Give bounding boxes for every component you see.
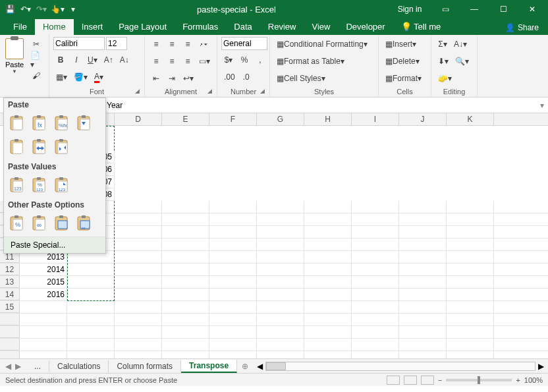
cell[interactable] <box>209 226 257 238</box>
increase-decimal-icon[interactable]: .00 <box>221 70 238 84</box>
decrease-font-button[interactable]: A↓ <box>117 53 132 67</box>
sheet-tab-active[interactable]: Transpose <box>181 360 237 373</box>
cell[interactable] <box>447 201 494 213</box>
cell[interactable] <box>115 238 162 250</box>
tab-data[interactable]: Data <box>226 19 260 35</box>
cell[interactable] <box>447 264 494 275</box>
zoom-out-icon[interactable]: − <box>438 376 442 384</box>
cell[interactable] <box>447 276 494 288</box>
cell[interactable] <box>67 264 115 275</box>
hscroll-thumb[interactable] <box>266 362 286 370</box>
decrease-decimal-icon[interactable]: .0 <box>239 70 254 84</box>
view-pagelayout-icon[interactable] <box>404 376 417 385</box>
sheet-nav-prev-icon[interactable]: ◀ <box>5 362 11 371</box>
wrap-text-icon[interactable]: ↩▾ <box>180 71 196 86</box>
align-center-icon[interactable]: ≡ <box>165 54 179 69</box>
paste-values-number-formatting-icon[interactable]: %123 <box>30 176 49 196</box>
cell[interactable] <box>257 251 304 263</box>
cell[interactable] <box>209 201 257 213</box>
conditional-formatting-button[interactable]: ▦ Conditional Formatting▾ <box>274 37 376 51</box>
cell[interactable] <box>162 276 209 288</box>
cell[interactable] <box>115 201 162 213</box>
zoom-level[interactable]: 100% <box>524 376 543 384</box>
cell[interactable] <box>257 264 304 275</box>
paste-linked-picture-icon[interactable]: ∞ <box>75 214 94 234</box>
cell[interactable] <box>447 301 494 313</box>
autosum-icon[interactable]: Σ▾ <box>435 37 450 51</box>
tab-developer[interactable]: Developer <box>338 19 393 35</box>
copy-icon[interactable]: 📄▾ <box>28 53 45 67</box>
paste-formulas-icon[interactable]: fx <box>30 114 49 134</box>
increase-font-button[interactable]: A↑ <box>101 53 116 67</box>
increase-indent-icon[interactable]: ⇥ <box>165 71 179 86</box>
sort-filter-icon[interactable]: A↓▾ <box>451 37 470 51</box>
tab-tellme[interactable]: 💡 Tell me <box>393 19 449 35</box>
hscroll-right-icon[interactable]: ▶ <box>538 362 544 371</box>
cell[interactable] <box>304 238 352 250</box>
cell[interactable] <box>447 289 494 300</box>
number-format-select[interactable] <box>221 37 267 50</box>
cell[interactable] <box>399 289 447 300</box>
font-dialog-launcher-icon[interactable]: ◢ <box>135 88 143 96</box>
cell[interactable] <box>399 238 447 250</box>
align-bottom-icon[interactable]: ≡ <box>180 37 195 51</box>
paste-keep-column-widths-icon[interactable] <box>30 138 49 157</box>
paste-keep-source-formatting-icon[interactable] <box>75 114 94 134</box>
cell[interactable] <box>304 201 352 213</box>
view-normal-icon[interactable] <box>387 376 400 385</box>
number-dialog-launcher-icon[interactable]: ◢ <box>260 88 268 96</box>
maximize-icon[interactable]: ☐ <box>490 0 516 18</box>
cell[interactable] <box>352 226 399 238</box>
cell[interactable] <box>304 226 352 238</box>
cell[interactable] <box>399 251 447 263</box>
format-cells-button[interactable]: ▦ Format▾ <box>383 71 429 86</box>
cell[interactable] <box>304 276 352 288</box>
tab-home[interactable]: Home <box>35 19 74 35</box>
zoom-in-icon[interactable]: + <box>516 376 520 384</box>
cell[interactable] <box>20 301 67 313</box>
cell[interactable] <box>115 276 162 288</box>
cell[interactable] <box>352 276 399 288</box>
cell[interactable] <box>162 301 209 313</box>
minimize-icon[interactable]: — <box>461 0 487 18</box>
cell[interactable] <box>257 201 304 213</box>
align-middle-icon[interactable]: ≡ <box>165 37 179 51</box>
undo-icon[interactable]: ↶▾ <box>18 2 33 16</box>
add-sheet-icon[interactable]: ⊕ <box>237 362 253 371</box>
sheet-tab[interactable]: ... <box>26 360 49 372</box>
cell[interactable] <box>257 276 304 288</box>
cell-styles-button[interactable]: ▦ Cell Styles▾ <box>274 71 376 86</box>
accounting-format-icon[interactable]: $▾ <box>221 53 236 67</box>
paste-formulas-number-formatting-icon[interactable]: %fx <box>53 114 71 134</box>
cell[interactable] <box>304 289 352 300</box>
cell[interactable] <box>209 264 257 275</box>
cell[interactable] <box>67 301 115 313</box>
cell[interactable] <box>209 213 257 225</box>
cell[interactable] <box>209 301 257 313</box>
col-header[interactable]: J <box>399 113 447 125</box>
cell[interactable] <box>115 264 162 275</box>
tab-insert[interactable]: Insert <box>74 19 111 35</box>
cell[interactable]: 2014 <box>20 264 67 275</box>
col-header[interactable]: G <box>257 113 304 125</box>
tab-file[interactable]: File <box>5 19 35 35</box>
paste-formatting-icon[interactable]: % <box>8 214 26 234</box>
paste-all-icon[interactable] <box>8 114 26 134</box>
cell[interactable] <box>447 251 494 263</box>
row-header[interactable]: 15 <box>0 301 20 313</box>
cell[interactable] <box>162 251 209 263</box>
delete-cells-button[interactable]: ▦ Delete▾ <box>383 54 429 69</box>
tab-review[interactable]: Review <box>260 19 304 35</box>
cell[interactable] <box>399 276 447 288</box>
col-header[interactable]: K <box>447 113 494 125</box>
cell[interactable] <box>352 251 399 263</box>
col-header[interactable]: I <box>352 113 399 125</box>
paste-button[interactable]: Paste ▼ <box>4 37 25 76</box>
bold-button[interactable]: B <box>53 53 68 67</box>
paste-link-icon[interactable]: ∞ <box>30 214 49 234</box>
cell[interactable] <box>447 213 494 225</box>
comma-format-icon[interactable]: , <box>253 53 267 67</box>
hscroll-left-icon[interactable]: ◀ <box>257 362 263 371</box>
sheet-nav-next-icon[interactable]: ▶ <box>15 362 21 371</box>
formula-input[interactable]: Year <box>103 101 536 110</box>
